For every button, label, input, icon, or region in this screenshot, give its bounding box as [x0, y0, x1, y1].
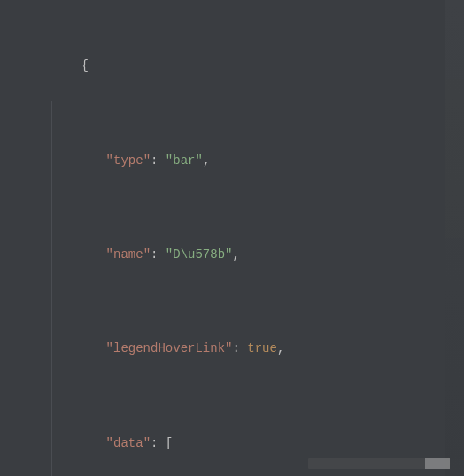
code-line: "legendHoverLink": true, [0, 290, 464, 384]
code-line: { [0, 7, 464, 101]
horizontal-scrollbar[interactable] [308, 458, 450, 469]
code-line: "name": "D\u578b", [0, 196, 464, 290]
scrollbar-thumb[interactable] [425, 458, 450, 469]
code-editor[interactable]: { "type": "bar", "name": "D\u578b", "leg… [0, 0, 464, 476]
brace-open: { [81, 59, 89, 73]
minimap[interactable] [445, 0, 464, 476]
code-line: "type": "bar", [0, 101, 464, 195]
